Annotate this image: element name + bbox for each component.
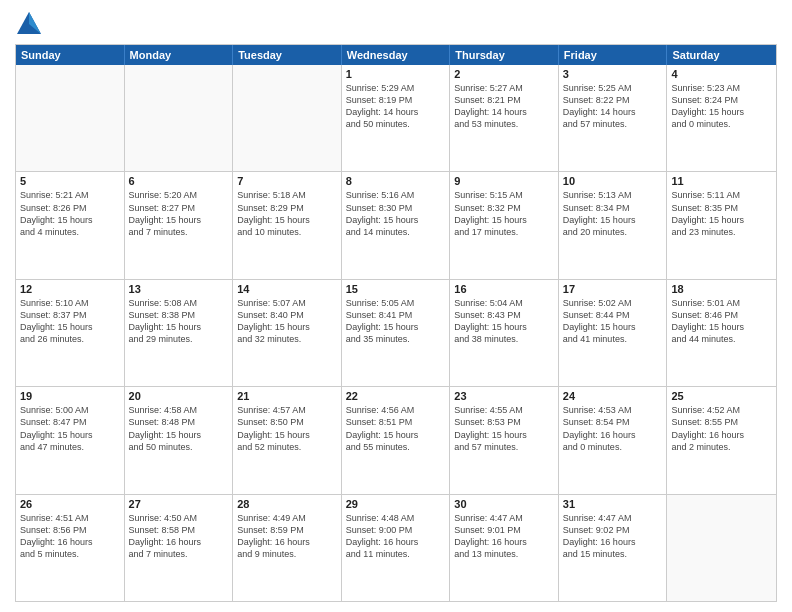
cell-info-line: Daylight: 14 hours (563, 106, 663, 118)
cell-info-line: Sunset: 8:48 PM (129, 416, 229, 428)
calendar-cell: 7Sunrise: 5:18 AMSunset: 8:29 PMDaylight… (233, 172, 342, 278)
day-number: 29 (346, 498, 446, 510)
cell-info-line: and 52 minutes. (237, 441, 337, 453)
cell-info-line: and 5 minutes. (20, 548, 120, 560)
header (15, 10, 777, 38)
cell-info-line: Sunset: 8:30 PM (346, 202, 446, 214)
header-day-friday: Friday (559, 45, 668, 65)
cell-info-line: and 17 minutes. (454, 226, 554, 238)
cell-info-line: Daylight: 15 hours (346, 214, 446, 226)
cell-info-line: Sunrise: 5:20 AM (129, 189, 229, 201)
calendar-cell: 14Sunrise: 5:07 AMSunset: 8:40 PMDayligh… (233, 280, 342, 386)
cell-info-line: Daylight: 16 hours (454, 536, 554, 548)
cell-info-line: Sunrise: 4:55 AM (454, 404, 554, 416)
cell-info-line: Sunrise: 4:52 AM (671, 404, 772, 416)
cell-info-line: Sunset: 8:41 PM (346, 309, 446, 321)
cell-info-line: Sunset: 8:44 PM (563, 309, 663, 321)
cell-info-line: and 0 minutes. (671, 118, 772, 130)
cell-info-line: Sunset: 8:53 PM (454, 416, 554, 428)
cell-info-line: Sunrise: 4:47 AM (454, 512, 554, 524)
calendar-cell: 18Sunrise: 5:01 AMSunset: 8:46 PMDayligh… (667, 280, 776, 386)
cell-info-line: Sunrise: 5:01 AM (671, 297, 772, 309)
day-number: 18 (671, 283, 772, 295)
calendar-cell: 22Sunrise: 4:56 AMSunset: 8:51 PMDayligh… (342, 387, 451, 493)
cell-info-line: Daylight: 15 hours (20, 429, 120, 441)
logo-icon (15, 10, 43, 38)
cell-info-line: and 7 minutes. (129, 226, 229, 238)
day-number: 3 (563, 68, 663, 80)
day-number: 20 (129, 390, 229, 402)
day-number: 21 (237, 390, 337, 402)
cell-info-line: Sunrise: 5:18 AM (237, 189, 337, 201)
calendar-cell: 16Sunrise: 5:04 AMSunset: 8:43 PMDayligh… (450, 280, 559, 386)
cell-info-line: Sunrise: 4:58 AM (129, 404, 229, 416)
day-number: 24 (563, 390, 663, 402)
cell-info-line: Sunset: 8:51 PM (346, 416, 446, 428)
cell-info-line: Sunrise: 5:15 AM (454, 189, 554, 201)
cell-info-line: Daylight: 15 hours (671, 321, 772, 333)
day-number: 13 (129, 283, 229, 295)
cell-info-line: Sunrise: 5:05 AM (346, 297, 446, 309)
cell-info-line: and 11 minutes. (346, 548, 446, 560)
header-day-thursday: Thursday (450, 45, 559, 65)
cell-info-line: and 38 minutes. (454, 333, 554, 345)
cell-info-line: Sunset: 9:02 PM (563, 524, 663, 536)
calendar-row-4: 19Sunrise: 5:00 AMSunset: 8:47 PMDayligh… (16, 386, 776, 493)
calendar-cell: 21Sunrise: 4:57 AMSunset: 8:50 PMDayligh… (233, 387, 342, 493)
cell-info-line: Sunset: 9:01 PM (454, 524, 554, 536)
calendar-cell (125, 65, 234, 171)
cell-info-line: Sunrise: 5:21 AM (20, 189, 120, 201)
calendar-cell: 23Sunrise: 4:55 AMSunset: 8:53 PMDayligh… (450, 387, 559, 493)
calendar-row-2: 5Sunrise: 5:21 AMSunset: 8:26 PMDaylight… (16, 171, 776, 278)
cell-info-line: Daylight: 16 hours (563, 536, 663, 548)
calendar-cell: 6Sunrise: 5:20 AMSunset: 8:27 PMDaylight… (125, 172, 234, 278)
calendar-body: 1Sunrise: 5:29 AMSunset: 8:19 PMDaylight… (16, 65, 776, 601)
header-day-sunday: Sunday (16, 45, 125, 65)
day-number: 2 (454, 68, 554, 80)
header-day-monday: Monday (125, 45, 234, 65)
cell-info-line: and 2 minutes. (671, 441, 772, 453)
day-number: 30 (454, 498, 554, 510)
cell-info-line: and 41 minutes. (563, 333, 663, 345)
cell-info-line: Sunrise: 5:02 AM (563, 297, 663, 309)
cell-info-line: Sunset: 8:55 PM (671, 416, 772, 428)
cell-info-line: Sunset: 8:43 PM (454, 309, 554, 321)
cell-info-line: Daylight: 16 hours (20, 536, 120, 548)
cell-info-line: Sunset: 8:59 PM (237, 524, 337, 536)
day-number: 23 (454, 390, 554, 402)
cell-info-line: Daylight: 15 hours (454, 429, 554, 441)
cell-info-line: Sunrise: 4:57 AM (237, 404, 337, 416)
cell-info-line: Sunset: 8:29 PM (237, 202, 337, 214)
cell-info-line: Sunset: 8:35 PM (671, 202, 772, 214)
cell-info-line: and 47 minutes. (20, 441, 120, 453)
cell-info-line: and 10 minutes. (237, 226, 337, 238)
calendar-cell: 26Sunrise: 4:51 AMSunset: 8:56 PMDayligh… (16, 495, 125, 601)
calendar-cell: 12Sunrise: 5:10 AMSunset: 8:37 PMDayligh… (16, 280, 125, 386)
day-number: 8 (346, 175, 446, 187)
calendar-cell: 2Sunrise: 5:27 AMSunset: 8:21 PMDaylight… (450, 65, 559, 171)
cell-info-line: Sunrise: 5:16 AM (346, 189, 446, 201)
calendar-cell: 4Sunrise: 5:23 AMSunset: 8:24 PMDaylight… (667, 65, 776, 171)
calendar-cell (667, 495, 776, 601)
calendar-cell: 28Sunrise: 4:49 AMSunset: 8:59 PMDayligh… (233, 495, 342, 601)
cell-info-line: Sunset: 8:26 PM (20, 202, 120, 214)
calendar-cell: 25Sunrise: 4:52 AMSunset: 8:55 PMDayligh… (667, 387, 776, 493)
header-day-tuesday: Tuesday (233, 45, 342, 65)
cell-info-line: and 0 minutes. (563, 441, 663, 453)
calendar-cell: 10Sunrise: 5:13 AMSunset: 8:34 PMDayligh… (559, 172, 668, 278)
calendar-cell (16, 65, 125, 171)
cell-info-line: Sunrise: 5:11 AM (671, 189, 772, 201)
cell-info-line: and 55 minutes. (346, 441, 446, 453)
cell-info-line: Sunrise: 5:07 AM (237, 297, 337, 309)
cell-info-line: Sunrise: 4:49 AM (237, 512, 337, 524)
calendar-cell: 29Sunrise: 4:48 AMSunset: 9:00 PMDayligh… (342, 495, 451, 601)
cell-info-line: Daylight: 15 hours (671, 106, 772, 118)
calendar-cell: 5Sunrise: 5:21 AMSunset: 8:26 PMDaylight… (16, 172, 125, 278)
cell-info-line: Daylight: 15 hours (346, 429, 446, 441)
day-number: 22 (346, 390, 446, 402)
cell-info-line: Daylight: 15 hours (237, 429, 337, 441)
cell-info-line: Daylight: 14 hours (346, 106, 446, 118)
day-number: 27 (129, 498, 229, 510)
calendar-row-5: 26Sunrise: 4:51 AMSunset: 8:56 PMDayligh… (16, 494, 776, 601)
cell-info-line: Daylight: 16 hours (671, 429, 772, 441)
